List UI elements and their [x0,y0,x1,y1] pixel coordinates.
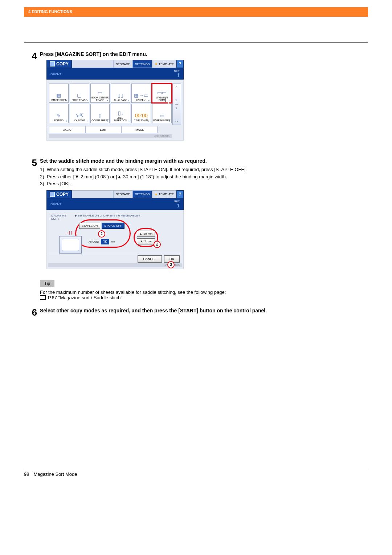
tip-label: Tip [40,280,54,287]
section-title: 4 EDITING FUNCTIONS [28,9,72,14]
copy-mode-label: COPY [46,60,72,68]
tab-storage[interactable]: STORAGE [113,190,132,198]
amount-value: 10 [101,239,109,244]
panel-magazine-sort: COPY STORAGE SETTINGS ★TEMPLATE ? READY … [46,190,184,269]
step-number: 5 [24,158,40,300]
tile-time-stamp[interactable]: 00:00TIME STAMP▸ [131,104,151,123]
tile-2in1-4in1[interactable]: ▦→▭2IN1/4IN1▸ [131,84,151,103]
help-button[interactable]: ? [176,190,184,198]
chevron-right-icon: ▸ [128,119,129,122]
margin-arrows-icon: →| |← [59,231,82,235]
page-scroll[interactable]: ︿ 1—2 ﹀ [172,84,181,125]
triangle-down-icon: ▼ [74,174,79,179]
page-content: 4 Press [MAGAZINE SORT] on the EDIT menu… [0,17,392,317]
tab-template[interactable]: ★TEMPLATE [152,190,176,198]
chevron-down-icon[interactable]: ﹀ [175,119,179,125]
ready-label: READY [50,202,62,206]
panel1-body: ▦IMAGE SHIFT▸ ▢EDGE ERASE▸ ▭BOOK CENTER … [46,80,184,141]
amount-label: AMOUNT [89,240,99,243]
book-icon [40,295,46,300]
triangle-down-icon: ▼ [140,240,143,243]
amount-unit: mm [111,240,115,243]
panel1-header: COPY STORAGE SETTINGS ★TEMPLATE ? [46,60,184,68]
book-illustration: →| |← [59,230,82,254]
staple-off-button[interactable]: STAPLE OFF [102,223,124,229]
sheet-insert-icon: ▯↓ [118,110,123,116]
page-header: 4 EDITING FUNCTIONS [24,7,368,17]
tab-storage[interactable]: STORAGE [113,60,132,68]
chevron-right-icon: ▸ [66,99,68,102]
tile-editing[interactable]: ✎EDITING▸ [49,104,69,123]
panel-edit-menu: COPY STORAGE SETTINGS ★TEMPLATE ? READY … [46,60,184,141]
tab-image[interactable]: IMAGE [121,126,158,133]
help-button[interactable]: ? [176,60,184,68]
chevron-right-icon: ▸ [148,119,150,122]
panel2-footer-buttons: CANCEL OK [48,253,182,263]
xy-zoom-icon: ⇲⇱ [75,113,84,118]
callout-2: 2 [154,241,161,248]
tile-edge-erase[interactable]: ▢EDGE ERASE▸ [70,84,89,103]
tile-book-center-erase[interactable]: ▭BOOK CENTER ERASE▸ [90,84,110,103]
tip-reference: P.67 "Magazine sort / Saddle stitch" [40,295,368,300]
tile-dual-page[interactable]: ▯▯DUAL PAGE▸ [111,84,130,103]
tile-cover-sheet[interactable]: ▯COVER SHEET▸ [90,104,110,123]
tile-xy-zoom[interactable]: ⇲⇱XY ZOOM▸ [70,104,89,123]
cover-sheet-icon: ▯ [99,113,102,118]
chevron-right-icon: ▸ [66,119,68,122]
editing-icon: ✎ [57,113,61,118]
tab-basic[interactable]: BASIC [49,126,85,133]
callout-3: 3 [167,261,175,268]
tile-magazine-sort[interactable]: ▭▭MAGAZINE SORT▸ [152,84,172,103]
chevron-right-icon: ▸ [169,119,171,122]
step-4: 4 Press [MAGAZINE SORT] on the EDIT menu… [24,51,368,151]
chevron-right-icon: ▸ [87,119,88,122]
book-center-icon: ▭ [98,90,102,96]
triangle-up-icon: ▲ [117,174,122,179]
chevron-right-icon: ▸ [107,99,109,102]
step-6-title: Select other copy modes as required, and… [40,308,368,313]
magazine-icon: ▭▭ [157,90,167,96]
job-status-button[interactable]: JOB STATUS 3 [48,263,182,267]
tile-image-shift[interactable]: ▦IMAGE SHIFT▸ [49,84,69,103]
cancel-button[interactable]: CANCEL [138,255,162,263]
step-number: 6 [24,308,40,317]
chevron-right-icon: ▸ [148,99,150,102]
tip-text: For the maximum number of sheets availab… [40,289,368,295]
tab-edit[interactable]: EDIT [85,126,122,133]
panel2-statusbar: READY SET1 [46,198,184,210]
chevron-up-icon[interactable]: ︿ [175,84,179,89]
panel2-header: COPY STORAGE SETTINGS ★TEMPLATE ? [46,190,184,198]
edge-erase-icon: ▢ [77,92,82,98]
tile-page-number[interactable]: ▭PAGE NUMBER▸ [152,104,172,123]
dual-page-icon: ▯▯ [118,92,123,98]
nin1-icon: ▦→▭ [134,92,148,98]
margin-up-button[interactable]: ▲30 mm [137,231,155,237]
step-4-title: Press [MAGAZINE SORT] on the EDIT menu. [40,51,368,57]
step-5: 5 Set the saddle stitch mode and the bin… [24,158,368,300]
panel1-bottom-tabs: BASIC EDIT IMAGE [49,126,172,133]
book-icon [59,236,82,254]
page-footer: 98 Magazine Sort Mode [0,469,392,488]
tile-sheet-insertion[interactable]: ▯↓SHEET INSERTION▸ [111,104,130,123]
divider [24,42,368,42]
time-stamp-icon: 00:00 [135,113,148,118]
chevron-right-icon: ▸ [107,119,109,122]
tab-settings[interactable]: SETTINGS [132,60,152,68]
star-icon: ★ [155,193,158,196]
margin-down-button[interactable]: ▼2 mm [137,238,155,244]
tile-grid: ▦IMAGE SHIFT▸ ▢EDGE ERASE▸ ▭BOOK CENTER … [49,84,172,123]
tab-settings[interactable]: SETTINGS [132,190,152,198]
tab-template[interactable]: ★TEMPLATE [152,60,176,68]
staple-on-button[interactable]: STAPLE ON [79,223,100,229]
copy-icon [50,192,55,197]
staple-controls-highlight: STAPLE ON STAPLE OFF 1 AMOUNT 10 mm [75,219,131,248]
panel2-body: MAGAZINE SORT Set STAPLE ON or OFF, and … [46,210,184,269]
margin-buttons-highlight: ▲30 mm ▼2 mm 2 [134,228,158,247]
step-5-title: Set the saddle stitch mode and the bindi… [40,158,368,164]
step-number: 4 [24,51,40,151]
star-icon: ★ [155,62,158,66]
instruction-text: Set STAPLE ON or OFF, and the Margin Amo… [75,214,179,217]
job-status-button[interactable]: JOB STATUS [49,134,172,138]
image-shift-icon: ▦ [56,92,61,98]
footer-rule [24,469,368,469]
